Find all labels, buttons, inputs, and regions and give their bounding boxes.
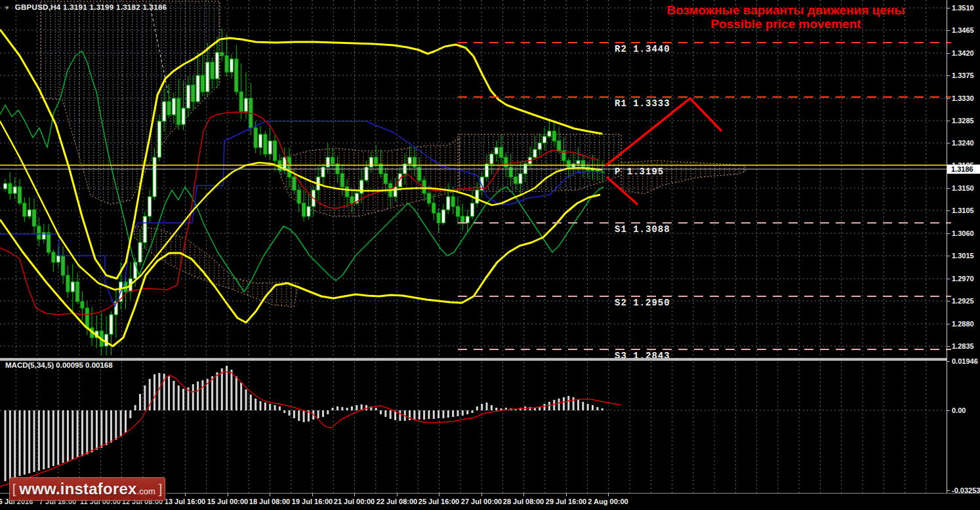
level-axis-mark xyxy=(947,349,951,350)
price-tick-label: 1.3285 xyxy=(952,117,974,125)
instaforex-logo: [ www.instaforex .com ] xyxy=(9,477,165,501)
level-axis-mark xyxy=(947,96,951,98)
symbol-label: GBPUSD,H4 xyxy=(15,3,61,11)
price-tick-label: 1.3510 xyxy=(952,4,974,12)
price-tick-label: 1.3330 xyxy=(952,94,974,102)
time-tick-mark xyxy=(397,494,398,496)
price-tick-label: 1.3060 xyxy=(952,229,974,237)
time-tick-mark xyxy=(566,494,567,496)
price-tick-mark xyxy=(947,233,950,234)
pane-separator[interactable] xyxy=(0,358,947,361)
price-tick-mark xyxy=(947,8,950,9)
time-tick-label: 25 Jul 16:00 xyxy=(419,498,459,505)
time-tick-mark xyxy=(185,494,186,496)
price-tick-label: 1.2835 xyxy=(952,342,974,350)
time-tick-label: 27 Jul 00:00 xyxy=(461,498,502,505)
time-tick-mark xyxy=(481,494,482,496)
pivot-levels-layer: R2 1.3440R1 1.3333P 1.3195S1 1.3088S2 1.… xyxy=(458,43,947,361)
time-tick-mark xyxy=(270,494,270,496)
logo-bracket-left: [ xyxy=(12,482,16,497)
price-tick-label: 1.3150 xyxy=(952,184,974,192)
time-tick-mark xyxy=(228,494,228,496)
level-label-R2: R2 1.3440 xyxy=(615,44,670,54)
price-axis[interactable]: 1.35101.34651.34201.33751.33301.32851.32… xyxy=(947,0,980,493)
price-tick-label: 1.3420 xyxy=(952,49,974,57)
price-tick-label: 1.3240 xyxy=(952,139,974,147)
price-tick-label: 1.3105 xyxy=(952,206,974,214)
logo-bracket-right: ] xyxy=(159,482,163,497)
time-tick-label: 22 Jul 08:00 xyxy=(377,498,417,505)
time-tick-mark xyxy=(608,494,609,496)
price-tick-label: 1.2880 xyxy=(952,320,974,328)
chart-svg[interactable]: R2 1.3440R1 1.3333P 1.3195S1 1.3088S2 1.… xyxy=(0,0,947,493)
time-tick-label: 29 Jul 16:00 xyxy=(546,498,586,505)
logo-tld: .com xyxy=(137,486,155,496)
time-tick-label: 21 Jul 00:00 xyxy=(334,498,375,505)
price-tick-mark xyxy=(947,279,950,279)
time-tick-label: 13 Jul 16:00 xyxy=(165,498,205,505)
price-tick-mark xyxy=(947,346,950,347)
price-tick-label: 1.3015 xyxy=(952,252,974,260)
price-tick-label: 1.2970 xyxy=(952,275,974,283)
time-tick-label: 18 Jul 08:00 xyxy=(249,498,290,505)
price-tick-mark xyxy=(947,188,950,189)
macd-tick-label: 0.01946 xyxy=(952,357,978,365)
level-axis-mark xyxy=(947,42,951,43)
time-tick-label: 28 Jul 08:00 xyxy=(503,498,544,505)
price-tick-label: 1.2925 xyxy=(952,297,974,305)
current-price-box: 1.3186 xyxy=(947,165,980,174)
price-tick-mark xyxy=(947,324,950,324)
level-label-R1: R1 1.3333 xyxy=(615,98,670,109)
price-tick-mark xyxy=(947,256,950,256)
time-tick-label: 2 Aug 00:00 xyxy=(588,498,628,505)
symbol-info-bar[interactable]: ▼ GBPUSD,H4 1.3191 1.3199 1.3182 1.3186 xyxy=(4,3,167,11)
time-tick-mark xyxy=(439,494,439,496)
level-axis-mark xyxy=(947,296,951,297)
macd-pane-layer xyxy=(0,366,621,486)
annotation-line-en: Possible price movement xyxy=(656,17,916,31)
price-tick-mark xyxy=(947,121,950,121)
price-tick-mark xyxy=(947,53,950,54)
level-axis-mark xyxy=(947,222,951,224)
macd-tick-label: 0.00 xyxy=(952,406,966,414)
macd-tick-mark xyxy=(947,490,950,491)
level-label-P: P 1.3195 xyxy=(615,167,664,177)
macd-indicator-label: MACD(5,34,5) 0.00095 0.00168 xyxy=(5,361,113,369)
level-label-S1: S1 1.3088 xyxy=(615,224,670,235)
price-tick-mark xyxy=(947,75,950,76)
annotation-line-ru: Возможные варианты движения цены xyxy=(656,3,916,17)
price-tick-mark xyxy=(947,210,950,211)
time-tick-mark xyxy=(523,494,524,496)
price-tick-mark xyxy=(947,301,950,302)
time-tick-mark xyxy=(312,494,313,496)
price-tick-mark xyxy=(947,143,950,144)
price-tick-label: 1.3375 xyxy=(952,71,974,79)
price-tick-label: 1.3465 xyxy=(952,26,974,34)
ohlc-quotes: 1.3191 1.3199 1.3182 1.3186 xyxy=(63,3,167,11)
logo-site-name: www.instaforex xyxy=(19,480,136,498)
chart-canvas[interactable]: R2 1.3440R1 1.3333P 1.3195S1 1.3088S2 1.… xyxy=(0,0,947,493)
price-tick-mark xyxy=(947,98,950,99)
price-tick-mark xyxy=(947,30,950,31)
time-tick-label: 15 Jul 00:00 xyxy=(207,498,248,505)
chart-dropdown-icon[interactable]: ▼ xyxy=(4,5,10,11)
level-label-S2: S2 1.2950 xyxy=(615,298,670,308)
time-tick-mark xyxy=(354,494,355,496)
forecast-annotation: Возможные варианты движения цены Possibl… xyxy=(656,3,916,31)
macd-tick-mark xyxy=(947,410,950,411)
macd-tick-mark xyxy=(947,361,950,362)
time-tick-label: 19 Jul 16:00 xyxy=(292,498,333,505)
